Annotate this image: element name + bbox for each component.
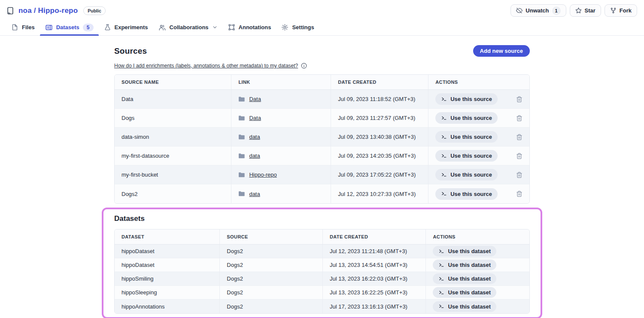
terminal-icon [441,96,447,102]
dataset-date-cell: Jul 13, 2023 16:22:03 (GMT+3) [323,272,426,286]
use-this-dataset-button[interactable]: Use this dataset [433,273,496,284]
source-date-cell: Jul 12, 2023 10:27:33 (GMT+3) [331,184,428,203]
dataset-date-cell: Jul 12, 2023 11:21:48 (GMT+3) [323,245,426,258]
source-date-cell: Jul 09, 2023 14:20:35 (GMT+3) [331,147,428,165]
eye-off-icon [516,7,522,14]
bounding-box-icon [228,24,235,31]
gear-icon [281,24,289,31]
source-date-cell: Jul 09, 2023 13:40:38 (GMT+3) [331,128,428,147]
repo-tab-bar: Files Datasets 5 Experiments Collaborati… [0,19,644,36]
delete-source-button[interactable] [516,115,522,122]
info-icon[interactable] [301,63,307,69]
main-content: Sources Add new source How do I add enri… [114,36,530,318]
terminal-icon [441,191,447,197]
delete-source-button[interactable] [516,134,522,141]
terminal-icon [438,276,444,282]
tab-collaborations[interactable]: Collaborations [153,19,223,35]
use-this-source-button[interactable]: Use this source [435,93,498,105]
use-this-source-button[interactable]: Use this source [435,112,498,124]
enrichments-help-link[interactable]: How do I add enrichments (labels, annota… [114,63,298,69]
fork-icon [610,7,617,14]
folder-icon [238,191,245,197]
top-bar: noa / Hippo-repo Public Unwatch 1 Star F… [0,0,644,19]
source-name-cell: my-first-bucket [115,165,231,184]
terminal-icon [438,303,444,309]
dataset-row: hippoAnnotations Dogs2 Jul 17, 2023 13:1… [115,300,529,313]
terminal-icon [441,115,447,121]
terminal-icon [438,248,444,254]
repo-actions: Unwatch 1 Star Fork [510,4,637,17]
source-link[interactable]: data [249,191,260,197]
repo-name[interactable]: noa / Hippo-repo [18,6,78,15]
col-date-created: DATE CREATED [323,229,426,245]
delete-source-button[interactable] [516,171,522,178]
source-row: my-first-datasource data Jul 09, 2023 14… [115,147,529,165]
source-name-cell: my-first-datasource [115,147,231,165]
source-link[interactable]: Data [249,115,261,121]
sources-table-body: Data Data Jul 09, 2023 11:18:52 (GMT+3) [115,90,529,203]
dataset-source-cell: Dogs2 [220,245,323,258]
folder-icon [238,115,245,121]
add-new-source-button[interactable]: Add new source [473,45,530,57]
source-date-cell: Jul 09, 2023 11:18:52 (GMT+3) [331,90,428,109]
folder-icon [238,153,245,159]
beaker-icon [104,24,111,31]
sources-table-header: SOURCE NAME LINK DATE CREATED ACTIONS [115,75,529,90]
source-row: data-simon data Jul 09, 2023 13:40:38 (G… [115,128,529,147]
tab-annotations[interactable]: Annotations [223,19,276,35]
use-this-dataset-button[interactable]: Use this dataset [433,287,496,298]
use-this-dataset-button[interactable]: Use this dataset [433,301,496,312]
source-name-cell: Dogs [115,109,231,128]
dataset-row: hippoDataset Dogs2 Jul 12, 2023 11:21:48… [115,245,529,258]
use-this-source-button[interactable]: Use this source [435,169,498,180]
datasets-highlight-box: Datasets DATASET SOURCE DATE CREATED ACT… [102,208,542,318]
use-this-source-button[interactable]: Use this source [435,150,498,162]
tab-settings[interactable]: Settings [276,19,319,35]
dataset-source-cell: Dogs2 [220,258,323,272]
visibility-badge: Public [83,6,106,15]
dataset-name-cell: hippoSmiling [115,272,220,286]
dataset-date-cell: Jul 13, 2023 14:54:51 (GMT+3) [323,258,426,272]
datasets-table-header: DATASET SOURCE DATE CREATED ACTIONS [115,229,529,245]
source-link[interactable]: data [249,134,260,140]
dataset-source-cell: Dogs2 [220,300,323,313]
use-this-source-button[interactable]: Use this source [435,131,498,143]
col-actions: ACTIONS [426,229,529,245]
delete-source-button[interactable] [516,153,522,159]
repo-book-icon [6,6,15,15]
source-link[interactable]: data [249,153,260,159]
use-this-source-button[interactable]: Use this source [435,188,498,200]
source-date-cell: Jul 09, 2023 17:05:22 (GMT+3) [331,165,428,184]
dataset-row: hippoSleeping Dogs2 Jul 13, 2023 16:22:2… [115,286,529,300]
dataset-date-cell: Jul 17, 2023 13:16:13 (GMT+3) [323,300,426,313]
source-link[interactable]: Data [249,96,261,102]
datasets-table-body: hippoDataset Dogs2 Jul 12, 2023 11:21:48… [115,245,529,313]
star-button[interactable]: Star [570,4,601,17]
unwatch-button[interactable]: Unwatch 1 [510,4,566,17]
fork-button[interactable]: Fork [605,4,637,17]
tab-datasets[interactable]: Datasets 5 [40,19,99,35]
use-this-dataset-button[interactable]: Use this dataset [433,260,496,270]
sources-heading: Sources [114,46,147,56]
repo-title: noa / Hippo-repo Public [6,6,106,15]
source-row: Data Data Jul 09, 2023 11:18:52 (GMT+3) [115,90,529,109]
tab-experiments[interactable]: Experiments [99,19,153,35]
use-this-dataset-button[interactable]: Use this dataset [433,246,496,257]
delete-source-button[interactable] [516,96,522,103]
source-row: Dogs2 data Jul 12, 2023 10:27:33 (GMT+3) [115,184,529,203]
datasets-heading: Datasets [114,214,530,223]
file-icon [11,24,18,31]
col-actions: ACTIONS [428,75,529,90]
col-link: LINK [231,75,331,90]
col-dataset: DATASET [115,229,220,245]
terminal-icon [438,262,444,268]
delete-source-button[interactable] [516,190,522,197]
tab-files[interactable]: Files [6,19,40,35]
sources-table: SOURCE NAME LINK DATE CREATED ACTIONS Da… [114,74,530,204]
dataset-date-cell: Jul 13, 2023 16:22:25 (GMT+3) [323,286,426,300]
col-source-name: SOURCE NAME [115,75,231,90]
datasets-count-badge: 5 [83,24,94,31]
dataset-name-cell: hippoSleeping [115,286,220,300]
terminal-icon [438,290,444,296]
source-link[interactable]: Hippo-repo [249,171,276,178]
